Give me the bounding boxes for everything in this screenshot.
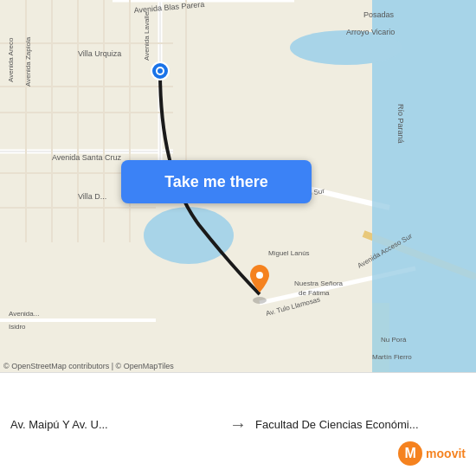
svg-point-53 xyxy=(158,68,163,74)
svg-text:Nuestra Señora: Nuestra Señora xyxy=(294,280,344,287)
svg-text:Villa D...: Villa D... xyxy=(78,192,106,201)
route-arrow-icon: → xyxy=(229,415,247,434)
svg-text:Villa Urquiza: Villa Urquiza xyxy=(78,49,121,58)
svg-text:Martín Fierro: Martín Fierro xyxy=(372,353,412,361)
svg-text:Río Paraná: Río Paraná xyxy=(396,104,405,144)
svg-text:Posadas: Posadas xyxy=(363,10,395,19)
svg-text:Arroyo Vicario: Arroyo Vicario xyxy=(346,28,395,36)
moovit-logo: M moovit xyxy=(398,441,466,466)
destination-name: Facultad De Ciencias Económi... xyxy=(255,418,466,431)
svg-point-55 xyxy=(256,272,263,279)
take-me-there-button[interactable]: Take me there xyxy=(121,160,312,203)
svg-point-30 xyxy=(144,207,234,264)
svg-text:Avenida Lavalle: Avenida Lavalle xyxy=(143,11,151,61)
destination-endpoint: Facultad De Ciencias Económi... xyxy=(255,418,466,431)
svg-text:de Fátima: de Fátima xyxy=(299,289,330,297)
svg-point-54 xyxy=(253,297,267,304)
svg-text:Avenida Areco: Avenida Areco xyxy=(7,37,15,82)
svg-text:Isidro: Isidro xyxy=(9,323,26,331)
route-info: Av. Maipú Y Av. U... → Facultad De Cienc… xyxy=(10,415,466,434)
origin-endpoint: Av. Maipú Y Av. U... xyxy=(10,418,221,431)
svg-text:Nu Porá: Nu Porá xyxy=(381,336,407,344)
bottom-bar: Av. Maipú Y Av. U... → Facultad De Cienc… xyxy=(0,372,476,476)
svg-text:Avenida Zapiola: Avenida Zapiola xyxy=(24,36,32,87)
svg-text:Avenida...: Avenida... xyxy=(9,310,39,318)
origin-name: Av. Maipú Y Av. U... xyxy=(10,418,221,431)
map-attribution: © OpenStreetMap contributors | © OpenMap… xyxy=(3,362,174,370)
moovit-wordmark: moovit xyxy=(426,447,466,460)
svg-text:Miguel Lanús: Miguel Lanús xyxy=(268,249,310,257)
map-container: Avenida Blas Parera Arroyo Vicario Posad… xyxy=(0,0,476,372)
moovit-icon: M xyxy=(398,441,422,466)
svg-text:Avenida Santa Cruz: Avenida Santa Cruz xyxy=(52,153,121,162)
